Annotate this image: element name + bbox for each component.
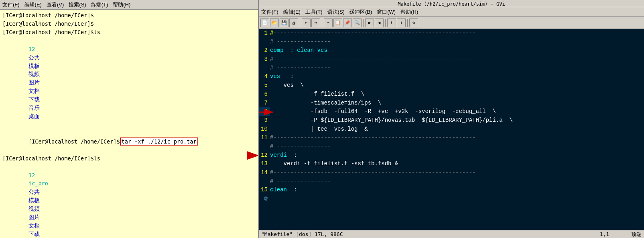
vim-statusbar: "Makefile" [dos] 17L, 986C 1,1 顶端 [259,230,644,238]
terminal-content-wrapper: [ICer@localhost /home/ICer]$ [ICer@local… [0,10,258,238]
vim-menu-edit[interactable]: 编辑(E) [283,8,301,16]
toolbar-sep-4 [385,19,386,27]
toolbar-new-btn[interactable]: 📄 [260,18,269,27]
toolbar-sep-1 [300,19,300,27]
vim-editor-line-6: 6 -f filelist.f \ [259,90,644,99]
vim-menubar[interactable]: 文件(F) 编辑(E) 工具(T) 语法(S) 缓冲区(B) 窗口(W) 帮助(… [259,7,644,17]
vim-menu-tools[interactable]: 工具(T) [305,8,323,16]
vim-arrow [259,108,276,116]
terminal-panel: 文件(F) 编辑(E) 查看(V) 搜索(S) 终端(T) 帮助(H) [ICe… [0,0,259,238]
vim-editor-line-2: 2 comp : clean vcs [259,46,644,55]
vim-title-text: Makefile (/h2/ic_pro/heart/sim) - GVi [398,1,505,7]
vim-editor-line-3b: # ---------------- [259,64,644,73]
vim-status-left: "Makefile" [dos] 17L, 986C [261,231,343,237]
toolbar-sep-5 [407,19,408,27]
vim-menu-syntax[interactable]: 语法(S) [327,8,345,16]
toolbar-fwd-btn[interactable]: ▶ [365,18,374,27]
menu-file[interactable]: 文件(F) [2,1,20,8]
vim-editor-line-3: 3 #-------------------------------------… [259,55,644,64]
toolbar-sep-3 [363,19,364,27]
toolbar-save-btn[interactable]: 💾 [280,18,288,27]
vim-editor-tilde: @ [259,195,644,203]
vim-panel: Makefile (/h2/ic_pro/heart/sim) - GVi 文件… [259,0,644,238]
toolbar-cut-btn[interactable]: ✂ [324,18,333,27]
vim-editor-line-14: 14 #------------------------------------… [259,168,644,177]
vim-editor-line-4: 4 vcs : [259,72,644,81]
vim-editor-line-11b: # ---------------- [259,142,644,151]
terminal-line-5: [ICer@localhost /home/ICer]$tar -xf ./12… [2,129,256,154]
vim-editor-line-5: 5 vcs \ [259,81,644,90]
terminal-line-2: [ICer@localhost /home/ICer]$ [2,20,256,28]
vim-menu-buffer[interactable]: 缓冲区(B) [349,8,372,16]
terminal-menubar[interactable]: 文件(F) 编辑(E) 查看(V) 搜索(S) 终端(T) 帮助(H) [0,0,258,10]
toolbar-term-btn[interactable]: ⚙ [409,18,418,27]
vim-menu-help[interactable]: 帮助(H) [400,8,418,16]
toolbar-paste-btn[interactable]: 📌 [343,18,352,27]
toolbar-back-btn[interactable]: ◀ [375,18,384,27]
toolbar-load-btn[interactable]: ⬇ [387,18,396,27]
vim-editor-line-15: 15 clean : [259,186,644,195]
vim-editor-line-9: 9 -P ${LD_LIBRARY_PATH}/novas.tab ${LD_L… [259,116,644,125]
toolbar-sep-2 [322,19,322,27]
vim-editor-line-12: 12 verdi : [259,151,644,160]
menu-search[interactable]: 搜索(S) [69,1,86,8]
menu-edit[interactable]: 编辑(E) [24,1,42,8]
vim-editor-content[interactable]: 1 #-------------------------------------… [259,29,644,230]
terminal-line-3: [ICer@localhost /home/ICer]$ls [2,28,256,37]
vim-menu-file[interactable]: 文件(F) [261,8,278,16]
cmd-tar-highlight: tar -xf ./12/ic_pro.tar [120,137,198,146]
vim-editor-line-10: 10 | tee vcs.log & [259,125,644,134]
toolbar-unload-btn[interactable]: ⬆ [397,18,406,27]
toolbar-copy-btn[interactable]: 📋 [333,18,342,27]
terminal-line-6: [ICer@localhost /home/ICer]$ls [2,154,256,163]
toolbar-undo-btn[interactable]: ↩ [302,18,311,27]
vim-editor-line-13: 13 verdi -f filelist.f -ssf tb.fsdb & [259,160,644,168]
vim-editor-line-1: 1 #-------------------------------------… [259,29,644,38]
vim-editor-line-7: 7 -timescale=1ns/1ps \ [259,99,644,108]
vim-editor-line-1b: # ---------------- [259,38,644,47]
menu-terminal[interactable]: 终端(T) [91,1,108,8]
toolbar-redo-btn[interactable]: ↪ [311,18,320,27]
vim-titlebar: Makefile (/h2/ic_pro/heart/sim) - GVi [259,0,644,7]
vim-editor-line-8: 8 -fsdb -full64 -R +vc +v2k -sverilog -d… [259,107,644,116]
vim-editor-line-11: 11 #------------------------------------… [259,133,644,142]
terminal-line-1: [ICer@localhost /home/ICer]$ [2,11,256,20]
toolbar-find-btn[interactable]: 🔍 [353,18,362,27]
terminal-line-7: 12 ic_pro 公共 模板 视频 图片 文档 下载 音乐 桌面 [2,163,256,238]
vim-toolbar: 📄 📂 💾 🖨 ↩ ↪ ✂ 📋 📌 🔍 ▶ ◀ ⬇ ⬆ ⚙ [259,17,644,29]
terminal-content[interactable]: [ICer@localhost /home/ICer]$ [ICer@local… [0,10,258,238]
vim-editor-line-14b: # ---------------- [259,177,644,186]
vim-status-right: 1,1 顶端 [600,231,642,238]
toolbar-open-btn[interactable]: 📂 [270,18,279,27]
toolbar-print-btn[interactable]: 🖨 [289,18,298,27]
vim-menu-window[interactable]: 窗口(W) [377,8,396,16]
menu-view[interactable]: 查看(V) [47,1,64,8]
menu-help[interactable]: 帮助(H) [113,1,130,8]
terminal-line-4: 12 公共 模板 视频 图片 文档 下载 音乐 桌面 [2,37,256,129]
